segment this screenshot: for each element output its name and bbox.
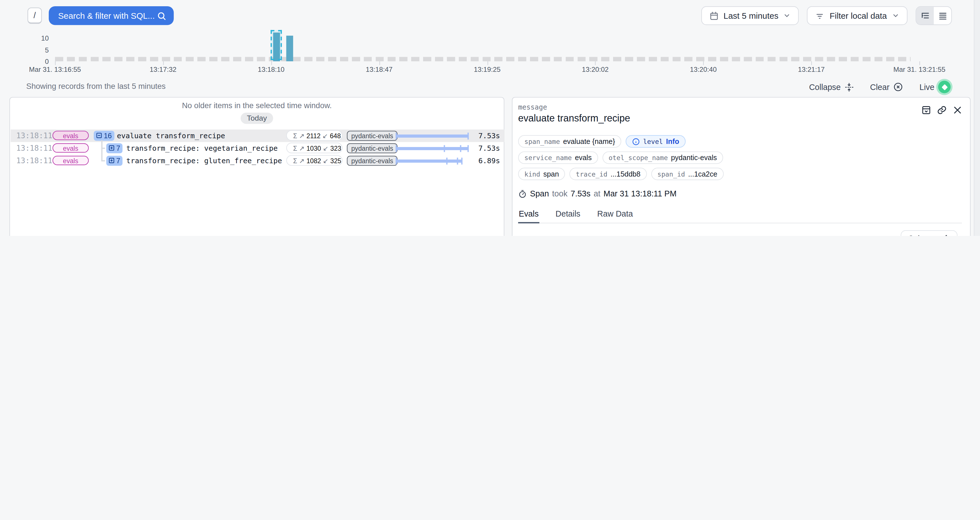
service-tag[interactable]: evals [52, 156, 89, 165]
chart-plot-area[interactable] [55, 33, 919, 61]
attribute-pill-span-id[interactable]: span_id ...1ca2ce [651, 168, 724, 180]
x-axis-tick [163, 61, 164, 65]
duration-bar [396, 134, 469, 137]
selection-region[interactable] [270, 30, 282, 60]
filter-icon [815, 11, 825, 21]
tab-evals[interactable]: Evals [518, 209, 539, 223]
calendar-icon [709, 11, 719, 21]
filter-local-data-dropdown[interactable]: Filter local data [807, 6, 907, 25]
attr-key: kind [524, 170, 540, 178]
sigma-icon: Σ [293, 157, 297, 164]
shortcut-label: / [33, 11, 36, 20]
attribute-pill-service-name[interactable]: service_name evals [518, 151, 598, 164]
attribute-pill-otel-scope[interactable]: otel_scope_name pydantic-evals [602, 151, 723, 164]
x-tick-label: Mar 31. 13:21:55 [894, 65, 945, 73]
trace-timestamp: 13:18:11 [16, 144, 52, 153]
duration-text: 7.53s [478, 144, 500, 153]
tab-details[interactable]: Details [555, 209, 581, 223]
span-title: evaluate transform_recipe [518, 113, 630, 124]
attribute-pill-level[interactable]: level Info [625, 135, 686, 148]
app-window: / Search & filter with SQL... Last 5 min… [0, 0, 980, 236]
trace-row[interactable]: 13:18:11 evals 7 transform_recipe: glute… [11, 155, 504, 167]
attr-key: span_id [657, 170, 685, 178]
service-tag[interactable]: evals [52, 131, 89, 140]
view-mode-toggle [916, 6, 952, 25]
span-name[interactable]: evaluate transform_recipe [117, 131, 225, 140]
live-label: Live [920, 82, 935, 92]
child-count: 7 [116, 144, 120, 152]
attribute-pill-span-name[interactable]: span_name evaluate {name} [518, 135, 621, 148]
span-name[interactable]: transform_recipe: gluten_free_recipe [126, 156, 282, 165]
span-name[interactable]: transform_recipe: vegetarian_recipe [126, 144, 278, 153]
clear-label: Clear [870, 82, 889, 92]
copy-link-icon[interactable] [937, 105, 947, 115]
duration-tick [460, 145, 461, 152]
attribute-pill-trace-id[interactable]: trace_id ...15ddb8 [570, 168, 646, 180]
attr-value: evaluate {name} [563, 138, 615, 145]
tree-view-toggle[interactable] [916, 7, 934, 24]
live-toggle[interactable]: Live [920, 81, 951, 93]
attribute-pill-kind[interactable]: kind span [518, 168, 565, 180]
window-scrollbar[interactable] [974, 0, 980, 236]
tree-list-icon [920, 11, 930, 21]
expand-children-badge[interactable]: 7 [107, 143, 123, 153]
token-usage-chip: Σ ↗2112 ↙648 [286, 130, 342, 140]
attr-key: otel_scope_name [609, 154, 668, 161]
otel-scope-tag[interactable]: pydantic-evals [347, 131, 398, 140]
collapse-children-badge[interactable]: 16 [94, 131, 114, 140]
tab-raw-data[interactable]: Raw Data [597, 209, 633, 223]
attr-value: evals [575, 154, 592, 161]
duration-tick [444, 145, 445, 152]
x-axis-tick [271, 61, 272, 65]
y-tick-0: 0 [30, 57, 49, 65]
timing-duration: 7.53s [571, 189, 590, 198]
token-usage-chip: Σ ↗1030 ↙323 [286, 143, 342, 153]
collapse-label: Collapse [809, 82, 841, 92]
attr-key: level [643, 138, 663, 145]
detail-tabs: Evals Details Raw Data [518, 209, 962, 223]
output-tokens: 323 [330, 144, 341, 152]
dock-panel-icon[interactable] [921, 105, 931, 115]
x-tick-label: 13:21:17 [798, 65, 825, 73]
timing-word: at [593, 189, 600, 198]
sigma-icon: Σ [293, 132, 297, 139]
trace-timestamp: 13:18:11 [16, 156, 52, 165]
output-tokens: 648 [330, 132, 341, 139]
output-tokens: 325 [330, 157, 341, 164]
stopwatch-icon [518, 189, 527, 198]
records-timeline-chart: 10 5 0 Mar 31. 13:16:55 13:17:32 13:18:1… [0, 30, 980, 77]
flat-view-toggle[interactable] [934, 7, 951, 24]
duration-tick [457, 157, 458, 164]
day-separator-pill: Today [241, 113, 274, 124]
clear-button[interactable]: Clear [870, 82, 903, 92]
attr-key: trace_id [576, 170, 607, 178]
otel-scope-tag[interactable]: pydantic-evals [347, 143, 398, 153]
trace-row[interactable]: 13:18:11 evals 16 evaluate transform_rec… [11, 129, 504, 142]
search-input[interactable]: Search & filter with SQL... [49, 6, 174, 25]
attr-value: ...15ddb8 [611, 170, 641, 178]
duration-bar-track [396, 145, 469, 151]
search-placeholder: Search & filter with SQL... [58, 11, 155, 21]
arrow-down-left-icon: ↙ [323, 157, 328, 164]
trace-list-panel: No older items in the selected time wind… [10, 97, 504, 236]
service-tag[interactable]: evals [52, 144, 89, 153]
plus-square-icon [108, 145, 115, 151]
time-range-dropdown[interactable]: Last 5 minutes [701, 6, 799, 25]
search-icon [157, 11, 166, 21]
trace-row[interactable]: 13:18:11 evals 7 transform_recipe: veget… [11, 142, 504, 155]
collapse-button[interactable]: Collapse [809, 82, 854, 92]
otel-scope-tag[interactable]: pydantic-evals [347, 156, 398, 166]
record-kind-label: message [518, 103, 547, 112]
duration-text: 7.53s [478, 131, 500, 140]
close-icon[interactable] [953, 105, 963, 115]
histogram-bar[interactable] [286, 35, 293, 61]
duration-bar-track [396, 158, 469, 164]
columns-button[interactable]: Columns [900, 230, 957, 236]
duration-bar [396, 159, 463, 163]
y-tick-5: 5 [30, 46, 49, 54]
x-axis-tick [379, 61, 380, 65]
timing-word: took [552, 189, 567, 198]
attr-value: ...1ca2ce [688, 170, 718, 178]
duration-text: 6.89s [478, 156, 500, 165]
expand-children-badge[interactable]: 7 [107, 156, 123, 166]
